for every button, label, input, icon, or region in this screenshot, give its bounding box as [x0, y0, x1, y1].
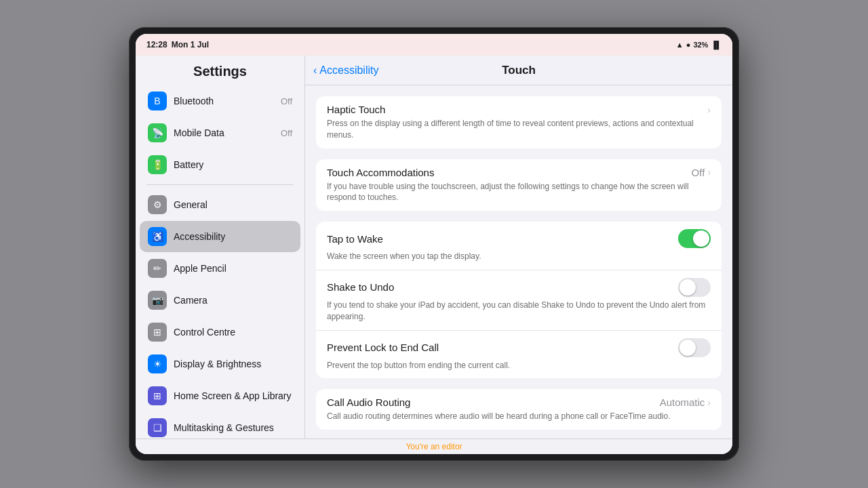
haptic-touch-value: ›	[707, 104, 711, 115]
prevent-lock-toggle[interactable]	[678, 338, 711, 357]
control-centre-icon: ⊞	[148, 323, 167, 342]
sidebar-item-multitasking[interactable]: ❑ Multitasking & Gestures	[140, 412, 300, 439]
sidebar-item-camera[interactable]: 📷 Camera	[140, 285, 300, 316]
settings-group-touch-acc: Touch Accommodations Off › If you have t…	[316, 159, 722, 211]
prevent-lock-toggle-knob	[679, 340, 696, 356]
prevent-lock-title: Prevent Lock to End Call	[327, 342, 439, 353]
settings-row-call-audio[interactable]: Call Audio Routing Automatic › Call audi…	[316, 389, 722, 430]
sidebar-label-control-centre: Control Centre	[174, 327, 292, 338]
display-icon: ☀	[148, 354, 167, 373]
sidebar-item-display-brightness[interactable]: ☀ Display & Brightness	[140, 348, 300, 380]
sidebar-label-general: General	[174, 199, 292, 210]
sidebar-title: Settings	[136, 56, 304, 85]
camera-icon: 📷	[148, 291, 167, 310]
haptic-touch-header: Haptic Touch ›	[327, 104, 711, 115]
touch-acc-title: Touch Accommodations	[327, 167, 434, 178]
battery-sidebar-icon: 🔋	[148, 155, 167, 174]
back-button[interactable]: ‹ Accessibility	[313, 64, 378, 77]
prevent-lock-desc: Prevent the top button from ending the c…	[327, 360, 711, 371]
settings-row-prevent-lock: Prevent Lock to End Call Prevent the top…	[316, 331, 722, 379]
settings-row-shake-undo: Shake to Undo If you tend to shake your …	[316, 270, 722, 331]
call-audio-chevron-icon: ›	[707, 397, 711, 408]
sidebar-value-bluetooth: Off	[281, 96, 292, 106]
sidebar-label-camera: Camera	[174, 295, 292, 306]
call-audio-value: Automatic ›	[660, 396, 711, 408]
status-date: Mon 1 Jul	[172, 40, 209, 49]
bottom-bar-label: You're an editor	[406, 442, 462, 451]
back-chevron-icon: ‹	[313, 64, 317, 77]
call-audio-auto-label: Automatic	[660, 396, 705, 408]
haptic-touch-chevron-icon: ›	[707, 104, 711, 115]
shake-undo-toggle-knob	[679, 279, 696, 296]
sidebar-item-apple-pencil[interactable]: ✏ Apple Pencil	[140, 253, 300, 284]
touch-acc-desc: If you have trouble using the touchscree…	[327, 181, 711, 204]
status-bar-right: ▲ ● 32% ▐▌	[676, 41, 722, 49]
shake-undo-desc: If you tend to shake your iPad by accide…	[327, 300, 711, 323]
ipad-screen: 12:28 Mon 1 Jul ▲ ● 32% ▐▌ Settings B Bl…	[136, 34, 732, 454]
mobile-data-icon: 📡	[148, 123, 167, 142]
touch-acc-off-label: Off	[692, 167, 705, 178]
battery-percent: 32%	[693, 41, 708, 49]
sidebar-label-multitasking: Multitasking & Gestures	[174, 422, 292, 433]
settings-row-haptic-touch[interactable]: Haptic Touch › Press on the display usin…	[316, 96, 722, 148]
detail-nav-bar: ‹ Accessibility Touch	[305, 56, 732, 85]
accessibility-icon: ♿	[148, 227, 167, 246]
call-audio-header: Call Audio Routing Automatic ›	[327, 396, 711, 408]
shake-undo-toggle[interactable]	[678, 278, 711, 297]
prevent-lock-header: Prevent Lock to End Call	[327, 338, 711, 357]
wifi-icon: ▲	[676, 41, 684, 49]
sidebar-item-general[interactable]: ⚙ General	[140, 189, 300, 220]
bottom-bar: You're an editor	[136, 439, 732, 454]
sidebar-item-mobile-data[interactable]: 📡 Mobile Data Off	[140, 117, 300, 148]
touch-acc-value: Off ›	[692, 167, 711, 178]
detail-content: Haptic Touch › Press on the display usin…	[305, 85, 732, 439]
shake-undo-title: Shake to Undo	[327, 281, 394, 293]
sidebar-label-apple-pencil: Apple Pencil	[174, 263, 292, 274]
haptic-touch-desc: Press on the display using a different l…	[327, 118, 711, 141]
sidebar-label-battery: Battery	[174, 159, 292, 170]
back-label: Accessibility	[319, 64, 378, 77]
settings-group-haptic: Haptic Touch › Press on the display usin…	[316, 96, 722, 148]
multitasking-icon: ❑	[148, 418, 167, 437]
call-audio-desc: Call audio routing determines where audi…	[327, 411, 711, 422]
tap-wake-desc: Wake the screen when you tap the display…	[327, 251, 711, 262]
battery-icon: ▐▌	[711, 41, 722, 49]
touch-acc-chevron-icon: ›	[707, 167, 711, 178]
sidebar-label-bluetooth: Bluetooth	[174, 96, 274, 106]
tap-wake-header: Tap to Wake	[327, 229, 711, 248]
divider-1	[146, 184, 294, 185]
call-audio-title: Call Audio Routing	[327, 396, 410, 408]
home-screen-icon: ⊞	[148, 386, 167, 405]
tap-wake-title: Tap to Wake	[327, 233, 383, 245]
settings-row-tap-to-wake: Tap to Wake Wake the screen when you tap…	[316, 222, 722, 270]
tap-wake-toggle-knob	[693, 230, 709, 247]
sidebar-item-battery[interactable]: 🔋 Battery	[140, 149, 300, 180]
general-icon: ⚙	[148, 195, 167, 214]
sidebar-item-control-centre[interactable]: ⊞ Control Centre	[140, 317, 300, 348]
sidebar-item-accessibility[interactable]: ♿ Accessibility	[140, 221, 300, 252]
shake-undo-header: Shake to Undo	[327, 278, 711, 297]
settings-row-touch-accommodations[interactable]: Touch Accommodations Off › If you have t…	[316, 159, 722, 211]
touch-acc-header: Touch Accommodations Off ›	[327, 167, 711, 178]
sidebar-label-home-screen: Home Screen & App Library	[174, 390, 292, 401]
haptic-touch-title: Haptic Touch	[327, 104, 385, 115]
tap-wake-toggle[interactable]	[678, 229, 711, 248]
settings-group-call-audio: Call Audio Routing Automatic › Call audi…	[316, 389, 722, 430]
status-bar: 12:28 Mon 1 Jul ▲ ● 32% ▐▌	[136, 34, 732, 56]
sidebar-label-mobile-data: Mobile Data	[174, 127, 274, 138]
ipad-frame: 12:28 Mon 1 Jul ▲ ● 32% ▐▌ Settings B Bl…	[129, 27, 739, 461]
sidebar-label-display: Display & Brightness	[174, 359, 292, 369]
bluetooth-icon: B	[148, 92, 167, 110]
apple-pencil-icon: ✏	[148, 259, 167, 278]
status-time: 12:28	[146, 40, 167, 49]
sidebar: Settings B Bluetooth Off 📡 Mobile Data O…	[136, 56, 305, 439]
sidebar-label-accessibility: Accessibility	[174, 231, 292, 242]
settings-group-toggles: Tap to Wake Wake the screen when you tap…	[316, 222, 722, 378]
main-content: Settings B Bluetooth Off 📡 Mobile Data O…	[136, 56, 732, 439]
sidebar-item-home-screen[interactable]: ⊞ Home Screen & App Library	[140, 380, 300, 411]
detail-panel: ‹ Accessibility Touch Haptic Touch ›	[305, 56, 732, 439]
sidebar-value-mobile-data: Off	[281, 128, 292, 138]
signal-icon: ●	[686, 41, 691, 49]
sidebar-item-bluetooth[interactable]: B Bluetooth Off	[140, 85, 300, 117]
detail-title: Touch	[502, 64, 536, 77]
